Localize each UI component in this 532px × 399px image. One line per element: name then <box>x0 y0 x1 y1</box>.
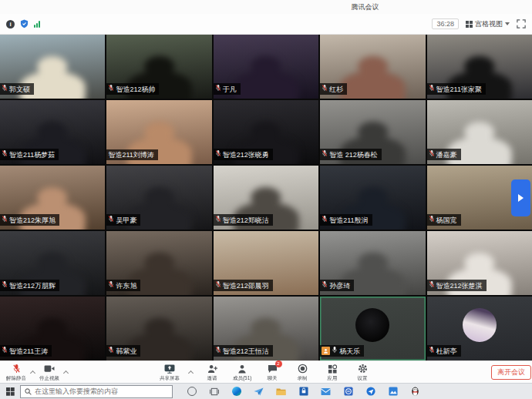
participant-silhouette <box>234 72 299 99</box>
muted-mic-icon <box>322 215 328 225</box>
chat-button[interactable]: 2 聊天 <box>261 364 284 382</box>
video-tile[interactable]: 潘嘉豪 <box>427 100 532 164</box>
video-tile[interactable]: 智造212朱厚旭 <box>0 166 105 230</box>
video-tile[interactable]: 智造212万朋辉 <box>0 231 105 295</box>
toolbar-left-group: 解除静音 停止视频 <box>5 364 69 382</box>
search-input[interactable] <box>35 387 168 395</box>
unmute-button[interactable]: 解除静音 <box>5 364 28 382</box>
view-mode-label: 宫格视图 <box>475 19 503 29</box>
video-tile[interactable]: 智造211张家聚 <box>427 35 532 99</box>
security-shield-icon[interactable] <box>20 19 29 28</box>
muted-mic-icon <box>429 346 435 356</box>
participant-name: 潘嘉豪 <box>436 150 457 159</box>
meeting-duration: 36:28 <box>432 18 459 29</box>
video-tile[interactable]: 韩紫业 <box>106 297 211 360</box>
unmute-label: 解除静音 <box>6 374 26 381</box>
participant-label: 智造211张家聚 <box>427 83 486 95</box>
video-tile[interactable]: 智造 212杨春松 <box>320 100 425 164</box>
meeting-topbar-controls: 36:28 宫格视图 <box>432 18 526 29</box>
participant-name: 杨天乐 <box>339 347 360 356</box>
video-tile[interactable]: 杜新亭 <box>427 297 532 360</box>
mail-icon[interactable] <box>315 384 337 399</box>
participant-avatar <box>355 308 389 342</box>
settings-button[interactable]: 设置 <box>351 364 374 382</box>
chat-bubble-icon: 2 <box>268 364 278 374</box>
video-tile[interactable]: 吴甲豪 <box>106 166 211 230</box>
muted-mic-icon <box>2 280 8 290</box>
video-tile[interactable]: 智造211杨梦茹 <box>0 100 105 164</box>
gear-icon <box>358 364 368 374</box>
members-button[interactable]: 成员(51) <box>231 364 254 382</box>
participant-label: 智造212朱厚旭 <box>0 214 59 226</box>
video-tile[interactable]: 孙彦琦 <box>320 231 425 295</box>
participant-label: 智造211杨梦茹 <box>0 149 59 160</box>
participant-label: 智造 212杨春松 <box>320 149 382 160</box>
store-icon[interactable] <box>292 384 315 399</box>
view-mode-selector[interactable]: 宫格视图 <box>466 19 510 29</box>
video-tile[interactable]: 红杉 <box>320 35 425 99</box>
participant-name: 吴甲豪 <box>116 216 136 225</box>
next-page-button[interactable] <box>511 179 530 216</box>
participant-label: 许东旭 <box>106 280 140 291</box>
video-options-caret[interactable] <box>63 370 69 375</box>
muted-mic-icon <box>429 280 435 290</box>
participant-name: 智造212万朋辉 <box>9 281 56 290</box>
mic-options-caret[interactable] <box>30 370 35 375</box>
muted-mic-icon <box>2 346 8 356</box>
video-tile[interactable]: 智造212张楚淇 <box>427 231 532 295</box>
taskbar-app-icons <box>180 384 426 399</box>
record-button[interactable]: 录制 <box>291 364 314 382</box>
participant-name: 智造211杨梦茹 <box>9 150 55 159</box>
video-tile[interactable]: 智造212郑晓洁 <box>214 166 318 230</box>
record-label: 录制 <box>298 374 308 381</box>
participant-label: 智造212万朋辉 <box>0 280 59 291</box>
meeting-app-icon[interactable] <box>337 384 359 399</box>
photos-icon[interactable] <box>382 384 404 399</box>
participant-label: 杨国宽 <box>427 214 461 226</box>
participant-name: 杨国宽 <box>436 216 457 225</box>
qq-icon[interactable] <box>404 384 426 399</box>
meeting-info-icon[interactable]: i <box>6 20 15 28</box>
apps-icon <box>328 364 337 374</box>
participant-name: 智造211王涛 <box>9 347 48 356</box>
arrow-right-icon <box>518 194 524 202</box>
participant-name: 智造212郑晓洁 <box>223 216 269 225</box>
video-tile[interactable]: 智造212张晓勇 <box>214 100 318 164</box>
leave-meeting-button[interactable]: 离开会议 <box>491 365 531 380</box>
video-tile[interactable]: 杨天乐 <box>320 297 425 360</box>
share-screen-icon <box>164 364 175 374</box>
participant-label: 智造211王涛 <box>0 345 52 357</box>
video-tile[interactable]: 许东旭 <box>106 231 211 295</box>
members-icon <box>237 364 247 374</box>
share-screen-label: 共享屏幕 <box>160 374 180 381</box>
muted-mic-icon <box>108 280 114 290</box>
participant-label: 杨天乐 <box>320 345 364 357</box>
file-explorer-icon[interactable] <box>270 384 292 399</box>
video-tile[interactable]: 智造211刘博涛 <box>106 100 211 164</box>
task-view-icon[interactable] <box>203 384 225 399</box>
video-tile[interactable]: 智造211殷润 <box>320 166 425 230</box>
start-button[interactable] <box>0 387 20 396</box>
edge-icon[interactable] <box>225 384 247 399</box>
share-options-caret[interactable] <box>188 370 194 375</box>
participant-label: 智造212张楚淇 <box>427 280 487 291</box>
share-screen-button[interactable]: 共享屏幕 <box>158 364 181 382</box>
paper-plane-icon[interactable] <box>247 384 270 399</box>
mic-on-icon <box>332 346 338 356</box>
cortana-icon[interactable] <box>180 384 203 399</box>
chat-label: 聊天 <box>268 374 278 381</box>
video-tile[interactable]: 于凡 <box>214 35 318 99</box>
stop-video-button[interactable]: 停止视频 <box>38 364 61 382</box>
tencent-meeting-window: 腾讯会议 i 36:28 宫格视图 <box>0 0 532 399</box>
muted-mic-icon <box>215 346 221 356</box>
video-tile[interactable]: 郭文硕 <box>0 35 105 99</box>
plane-circle-icon[interactable] <box>359 384 382 399</box>
video-tile[interactable]: 智造212邵晨羽 <box>214 231 318 295</box>
fullscreen-icon[interactable] <box>517 19 526 28</box>
taskbar-search[interactable] <box>20 385 173 398</box>
video-tile[interactable]: 智造211王涛 <box>0 297 105 360</box>
video-tile[interactable]: 智造212王恒洁 <box>214 297 318 360</box>
video-tile[interactable]: 智造212杨帅 <box>106 35 211 99</box>
apps-button[interactable]: 应用 <box>321 364 344 382</box>
invite-button[interactable]: 邀请 <box>200 364 224 382</box>
